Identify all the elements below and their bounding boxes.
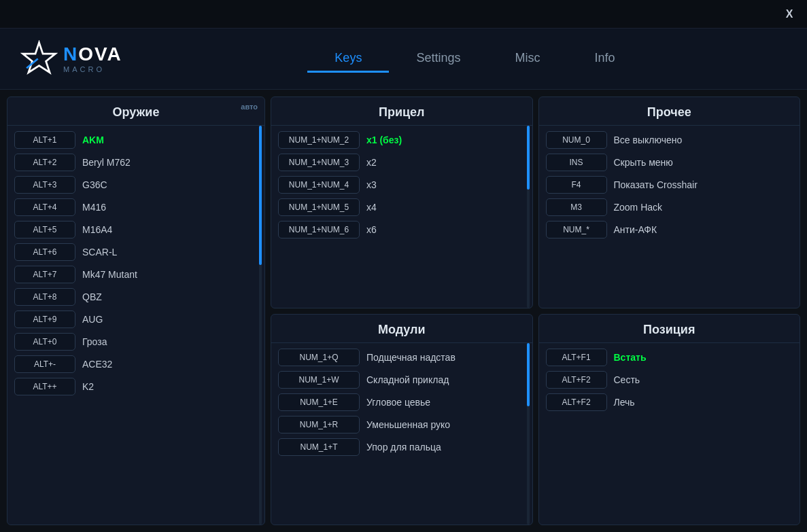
tab-info[interactable]: Info <box>567 46 642 73</box>
close-button[interactable]: X <box>780 5 799 24</box>
key-button[interactable]: ALT+7 <box>14 266 75 283</box>
logo: NOVA MACRO <box>20 40 122 77</box>
key-button[interactable]: ALT+F1 <box>546 349 607 366</box>
panel-misc: Прочее NUM_0Все выключеноINSСкрыть менюF… <box>538 96 801 308</box>
list-item: NUM_1+NUM_5x4 <box>278 198 526 216</box>
tab-keys[interactable]: Keys <box>307 46 389 73</box>
key-label: Анти-АФК <box>614 224 657 235</box>
key-button[interactable]: NUM_1+NUM_4 <box>278 176 360 194</box>
key-label: Все выключено <box>614 135 683 145</box>
weapon-scrollbar <box>259 126 262 525</box>
list-item: ALT++K2 <box>14 378 258 395</box>
key-button[interactable]: ALT+F2 <box>546 393 607 411</box>
key-label: x6 <box>366 224 377 235</box>
key-label: AKM <box>82 135 104 145</box>
key-label: Beryl M762 <box>82 157 131 168</box>
logo-nova: NOVA <box>63 45 122 64</box>
list-item: NUM_1+NUM_2x1 (без) <box>278 131 526 149</box>
key-button[interactable]: NUM_1+NUM_3 <box>278 154 360 171</box>
list-item: ALT+3G36C <box>14 176 258 194</box>
list-item: NUM_1+EУгловое цевье <box>278 393 526 411</box>
panel-position: Позиция ALT+F1ВстатьALT+F2СестьALT+F2Леч… <box>538 314 801 526</box>
modules-rows: NUM_1+QПодщечная надставNUM_1+WСкладной … <box>278 349 526 456</box>
key-button[interactable]: ALT+9 <box>14 311 75 328</box>
scope-scrollbar <box>527 126 530 308</box>
key-label: G36C <box>82 179 107 190</box>
header: NOVA MACRO Keys Settings Misc Info <box>0 29 807 90</box>
panel-modules-body[interactable]: NUM_1+QПодщечная надставNUM_1+WСкладной … <box>271 343 532 525</box>
key-label: AUG <box>82 314 103 325</box>
weapon-rows: ALT+1AKMALT+2Beryl M762ALT+3G36CALT+4M41… <box>14 131 258 395</box>
key-button[interactable]: INS <box>546 154 607 171</box>
list-item: M3Zoom Hack <box>546 198 793 216</box>
panel-position-body[interactable]: ALT+F1ВстатьALT+F2СестьALT+F2Лечь <box>539 343 800 525</box>
list-item: NUM_1+NUM_4x3 <box>278 176 526 194</box>
list-item: ALT+0Гроза <box>14 333 258 351</box>
panel-scope-body[interactable]: NUM_1+NUM_2x1 (без)NUM_1+NUM_3x2NUM_1+NU… <box>271 126 532 308</box>
key-label: Уменьшенная руко <box>366 419 450 430</box>
key-button[interactable]: ALT++ <box>14 378 75 395</box>
list-item: INSСкрыть меню <box>546 154 793 171</box>
logo-text: NOVA MACRO <box>63 45 122 73</box>
panel-misc-body[interactable]: NUM_0Все выключеноINSСкрыть менюF4Показа… <box>539 126 800 308</box>
modules-scrollbar <box>527 343 530 525</box>
key-label: K2 <box>82 381 94 392</box>
list-item: F4Показать Crosshair <box>546 176 793 194</box>
key-label: M416 <box>82 202 106 213</box>
tab-settings[interactable]: Settings <box>389 46 487 73</box>
list-item: NUM_0Все выключено <box>546 131 793 149</box>
key-button[interactable]: NUM_0 <box>546 131 607 149</box>
panel-scope: Прицел NUM_1+NUM_2x1 (без)NUM_1+NUM_3x2N… <box>271 96 533 308</box>
misc-rows: NUM_0Все выключеноINSСкрыть менюF4Показа… <box>546 131 793 238</box>
key-button[interactable]: ALT+F2 <box>546 371 607 389</box>
panel-weapon-header: Оружие авто <box>7 97 264 126</box>
key-label: Угловое цевье <box>366 397 430 408</box>
list-item: ALT+9AUG <box>14 311 258 328</box>
key-button[interactable]: ALT+3 <box>14 176 75 194</box>
key-button[interactable]: ALT+0 <box>14 333 75 351</box>
key-button[interactable]: NUM_1+NUM_5 <box>278 198 360 216</box>
main-content: Оружие авто ALT+1AKMALT+2Beryl M762ALT+3… <box>0 90 807 532</box>
key-button[interactable]: NUM_1+NUM_6 <box>278 221 360 238</box>
key-button[interactable]: ALT+4 <box>14 198 75 216</box>
key-label: ACE32 <box>82 359 112 370</box>
nav-tabs: Keys Settings Misc Info <box>163 46 787 73</box>
list-item: ALT+8QBZ <box>14 288 258 306</box>
list-item: ALT+6SCAR-L <box>14 243 258 261</box>
key-button[interactable]: NUM_1+NUM_2 <box>278 131 360 149</box>
list-item: NUM_1+NUM_6x6 <box>278 221 526 238</box>
panel-scope-header: Прицел <box>271 97 532 126</box>
key-button[interactable]: ALT+6 <box>14 243 75 261</box>
list-item: NUM_*Анти-АФК <box>546 221 793 238</box>
key-label: QBZ <box>82 291 102 302</box>
key-button[interactable]: ALT+2 <box>14 154 75 171</box>
list-item: NUM_1+TУпор для пальца <box>278 438 526 456</box>
list-item: ALT+-ACE32 <box>14 355 258 373</box>
key-label: M16A4 <box>82 224 112 235</box>
panel-position-header: Позиция <box>539 315 800 343</box>
key-label: Складной приклад <box>366 374 449 385</box>
key-button[interactable]: NUM_1+T <box>278 438 360 456</box>
key-label: Гроза <box>82 336 107 347</box>
list-item: ALT+F1Встать <box>546 349 793 366</box>
key-button[interactable]: NUM_1+R <box>278 416 360 433</box>
key-button[interactable]: NUM_1+W <box>278 371 360 389</box>
key-button[interactable]: F4 <box>546 176 607 194</box>
key-label: x4 <box>366 202 377 213</box>
key-button[interactable]: ALT+5 <box>14 221 75 238</box>
key-label: Встать <box>614 352 647 363</box>
key-button[interactable]: ALT+1 <box>14 131 75 149</box>
list-item: ALT+F2Сесть <box>546 371 793 389</box>
panel-weapon-body[interactable]: ALT+1AKMALT+2Beryl M762ALT+3G36CALT+4M41… <box>7 126 264 525</box>
key-button[interactable]: ALT+8 <box>14 288 75 306</box>
key-button[interactable]: NUM_1+E <box>278 393 360 411</box>
key-button[interactable]: NUM_1+Q <box>278 349 360 366</box>
logo-macro: MACRO <box>63 65 122 73</box>
key-button[interactable]: NUM_* <box>546 221 607 238</box>
key-label: Упор для пальца <box>366 442 441 453</box>
scope-rows: NUM_1+NUM_2x1 (без)NUM_1+NUM_3x2NUM_1+NU… <box>278 131 526 238</box>
key-button[interactable]: ALT+- <box>14 355 75 373</box>
list-item: ALT+4M416 <box>14 198 258 216</box>
tab-misc[interactable]: Misc <box>487 46 567 73</box>
key-button[interactable]: M3 <box>546 198 607 216</box>
